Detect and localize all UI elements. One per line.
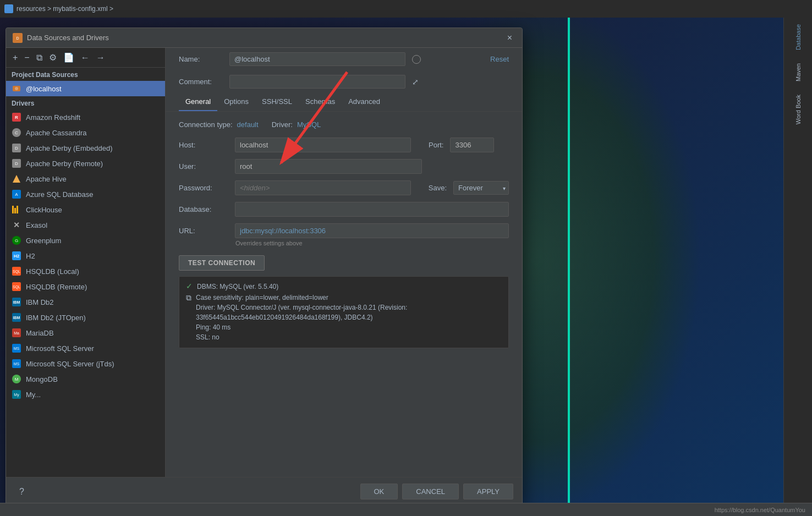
status-url: https://blog.csdn.net/QuantumYou (715, 507, 805, 513)
copy-datasource-btn[interactable]: ⧉ (34, 52, 45, 64)
azure-sql-label: Azure SQL Database (26, 190, 93, 199)
tab-ssh-ssl[interactable]: SSH/SSL (255, 93, 299, 111)
sidebar-item-azure-sql[interactable]: A Azure SQL Database (6, 186, 165, 202)
h2-label: H2 (26, 252, 35, 260)
add-datasource-btn[interactable]: + (10, 52, 20, 64)
exasol-label: Exasol (26, 221, 47, 229)
sidebar-item-h2[interactable]: H2 H2 (6, 248, 165, 264)
name-input[interactable] (229, 52, 405, 66)
ibm-db2-label: IBM Db2 (26, 298, 54, 306)
apache-derby-remote-label: Apache Derby (Remote) (26, 160, 103, 168)
vertical-line (568, 0, 570, 516)
sidebar-item-apache-hive[interactable]: Apache Hive (6, 171, 165, 186)
localhost-icon (12, 84, 21, 94)
ok-button[interactable]: OK (360, 484, 398, 499)
project-datasources-title: Project Data Sources (6, 68, 165, 81)
ibm-db2-jtopen-icon: IBM (12, 312, 21, 322)
settings-btn[interactable]: ⚙ (47, 51, 59, 64)
app-icon (4, 4, 13, 13)
url-row: URL: Overrides settings above (179, 223, 509, 246)
dialog-body: + − ⧉ ⚙ 📄 ← → Project Data Sources @loca… (6, 48, 522, 477)
sidebar-item-clickhouse[interactable]: ClickHouse (6, 202, 165, 217)
sidebar-item-mssql[interactable]: MS Microsoft SQL Server (6, 341, 165, 356)
check-icon: ✓ (186, 282, 193, 290)
right-panel-database-tab[interactable]: Database (793, 18, 804, 57)
copy-icon: ⧉ (186, 293, 191, 303)
sidebar-item-hsqldb-local[interactable]: SQL HSQLDB (Local) (6, 264, 165, 279)
sidebar-item-ibm-db2[interactable]: IBM IBM Db2 (6, 294, 165, 310)
test-result-panel: ✓ DBMS: MySQL (ver. 5.5.40) ⧉ Case sensi… (179, 276, 509, 348)
general-tab-content: Connection type: default Driver: MySQL H… (166, 112, 522, 477)
dialog-footer: ? OK CANCEL APPLY (6, 477, 522, 506)
connection-type-label: Connection type: (179, 120, 233, 129)
mysql-icon: My (12, 389, 21, 399)
forward-btn[interactable]: → (94, 52, 107, 64)
breadcrumb: resources > mybatis-config.xml > (17, 5, 113, 13)
h2-icon: H2 (12, 251, 21, 261)
name-label: Name: (179, 55, 223, 63)
sidebar-item-ibm-db2-jtopen[interactable]: IBM IBM Db2 (JTOpen) (6, 310, 165, 325)
save-select[interactable]: Forever Until restart Never (453, 181, 509, 195)
apache-hive-label: Apache Hive (26, 175, 67, 183)
database-input[interactable] (235, 202, 509, 217)
dialog-titlebar: D Data Sources and Drivers × (6, 28, 522, 48)
right-panel-maven-tab[interactable]: Maven (793, 57, 804, 88)
apache-cassandra-icon: C (12, 128, 21, 138)
tab-advanced[interactable]: Advanced (342, 93, 387, 111)
sidebar-item-mssql-jtds[interactable]: MS Microsoft SQL Server (jTds) (6, 356, 165, 371)
port-input[interactable] (450, 138, 494, 152)
sidebar-item-mysql[interactable]: My My... (6, 387, 165, 402)
expand-comment-btn[interactable]: ⤢ (412, 78, 419, 86)
sidebar-item-mariadb[interactable]: Ma MariaDB (6, 325, 165, 341)
sidebar-item-greenplum[interactable]: G Greenplum (6, 233, 165, 248)
mariadb-icon: Ma (12, 328, 21, 338)
mysql-label: My... (26, 391, 41, 399)
test-connection-button[interactable]: TEST CONNECTION (179, 255, 265, 271)
amazon-redshift-label: Amazon Redshift (26, 113, 80, 122)
greenplum-icon: G (12, 235, 21, 245)
test-result-ssl: SSL: no (196, 332, 502, 342)
password-input[interactable] (235, 180, 411, 195)
sidebar-item-apache-derby-remote[interactable]: D Apache Derby (Remote) (6, 156, 165, 171)
reset-button[interactable]: Reset (490, 55, 509, 63)
apache-hive-icon (12, 174, 21, 184)
test-result-case: Case sensitivity: plain=lower, delimited… (196, 293, 502, 303)
mongodb-icon: M (12, 374, 21, 384)
test-result-line-1: ✓ DBMS: MySQL (ver. 5.5.40) (186, 281, 502, 292)
tab-general[interactable]: General (179, 93, 217, 111)
user-row: User: (179, 159, 509, 174)
tab-options[interactable]: Options (217, 93, 255, 111)
help-button[interactable]: ? (15, 485, 29, 499)
tab-schemas[interactable]: Schemas (299, 93, 342, 111)
dialog-title: Data Sources and Drivers (27, 34, 504, 42)
host-input[interactable] (235, 138, 411, 152)
back-btn[interactable]: ← (79, 52, 92, 64)
comment-label: Comment: (179, 78, 223, 86)
sidebar-item-mongodb[interactable]: M MongoDB (6, 371, 165, 387)
save-select-wrapper: Forever Until restart Never ▾ (453, 181, 509, 195)
dialog-close-button[interactable]: × (504, 32, 515, 44)
user-label: User: (179, 162, 228, 171)
sidebar-item-localhost[interactable]: @localhost (6, 81, 165, 96)
sidebar-item-hsqldb-remote[interactable]: SQL HSQLDB (Remote) (6, 279, 165, 294)
sidebar-item-apache-derby-embedded[interactable]: D Apache Derby (Embedded) (6, 140, 165, 156)
url-input[interactable] (235, 223, 509, 238)
apply-button[interactable]: APPLY (463, 484, 513, 499)
cancel-button[interactable]: CANCEL (402, 484, 459, 499)
ibm-db2-icon: IBM (12, 297, 21, 307)
file-btn[interactable]: 📄 (61, 51, 76, 64)
comment-input[interactable] (229, 75, 405, 89)
right-panel-wordbook-tab[interactable]: Word Book (793, 88, 804, 131)
sidebar-item-apache-cassandra[interactable]: C Apache Cassandra (6, 125, 165, 140)
test-result-ping: Ping: 40 ms (196, 322, 502, 332)
host-port-row: Host: Port: (179, 138, 509, 152)
apache-derby-embedded-label: Apache Derby (Embedded) (26, 144, 113, 152)
hsqldb-remote-icon: SQL (12, 282, 21, 292)
sidebar-item-exasol[interactable]: ✕ Exasol (6, 217, 165, 233)
svg-point-3 (15, 87, 18, 90)
database-row: Database: (179, 202, 509, 217)
user-input[interactable] (235, 159, 422, 174)
sidebar-item-amazon-redshift[interactable]: R Amazon Redshift (6, 109, 165, 125)
url-label: URL: (179, 227, 228, 235)
remove-datasource-btn[interactable]: − (22, 52, 31, 64)
